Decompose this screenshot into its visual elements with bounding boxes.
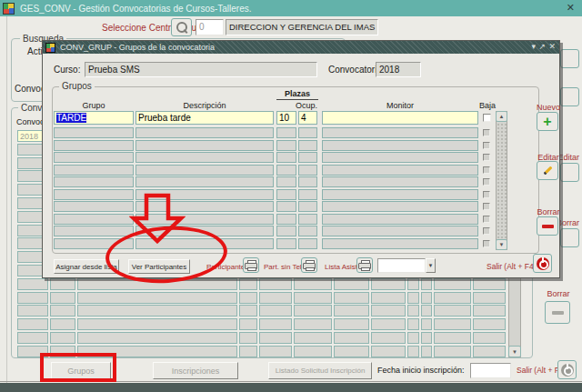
grupo-field-row1[interactable]: TARDE bbox=[54, 111, 134, 125]
window-titlebar: GES_CONV - Gestión Convocatorias de Curs… bbox=[0, 0, 582, 16]
grid-cell bbox=[294, 346, 332, 357]
grupos-scrollbar[interactable] bbox=[496, 111, 507, 250]
listado-solicitud-button[interactable]: Listado Solicitud Inscripción bbox=[268, 362, 372, 379]
group-row-field bbox=[298, 189, 317, 200]
parent-side-button[interactable] bbox=[560, 228, 579, 247]
print-lista-asist-button[interactable] bbox=[356, 257, 373, 273]
grid-cell bbox=[334, 346, 369, 357]
baja-checkbox-row1[interactable] bbox=[483, 114, 491, 122]
group-row-field bbox=[298, 152, 317, 163]
group-row-field bbox=[322, 189, 478, 200]
group-row-field bbox=[298, 140, 317, 151]
search-center-button[interactable] bbox=[171, 18, 192, 36]
grid-cell bbox=[434, 332, 471, 344]
grid-cell bbox=[434, 318, 471, 330]
search-icon bbox=[176, 22, 187, 33]
grid-cell bbox=[77, 305, 237, 317]
plazas-header: Plazas bbox=[270, 89, 325, 98]
baja-checkbox bbox=[483, 142, 490, 149]
grid-cell bbox=[371, 305, 406, 317]
group-row-field bbox=[135, 127, 274, 138]
power-icon bbox=[561, 364, 574, 377]
grid-cell bbox=[371, 292, 406, 304]
grid-cell bbox=[371, 318, 406, 330]
grid-cell bbox=[421, 278, 432, 290]
grid-cell bbox=[50, 292, 75, 304]
group-row-field bbox=[135, 176, 274, 187]
grid-cell bbox=[407, 292, 419, 304]
group-row-field bbox=[54, 176, 134, 187]
col-header-grupo: Grupo bbox=[54, 101, 134, 110]
grid-cell bbox=[421, 305, 432, 317]
combo-field[interactable] bbox=[377, 258, 426, 273]
close-icon[interactable]: ✕ bbox=[548, 42, 556, 51]
parent-side-button[interactable] bbox=[560, 49, 579, 68]
power-icon bbox=[537, 257, 549, 270]
group-row-field bbox=[298, 214, 317, 225]
annotation-rectangle-grupos bbox=[40, 353, 116, 382]
grid-cell bbox=[239, 346, 257, 357]
grid-cell bbox=[259, 292, 292, 304]
parent-borrar-button[interactable] bbox=[545, 301, 570, 324]
nuevo-label: Nuevo bbox=[537, 103, 560, 112]
dialog-salir-button[interactable] bbox=[533, 254, 552, 273]
grid-cell bbox=[371, 332, 406, 344]
parent-borrar2-label: Borrar bbox=[544, 289, 573, 298]
minimize-icon[interactable]: ▾ bbox=[531, 42, 536, 51]
group-row-field bbox=[322, 165, 478, 176]
grid-cell bbox=[407, 318, 419, 330]
window-title: GES_CONV - Gestión Convocatorias de Curs… bbox=[20, 4, 252, 14]
editar-button[interactable] bbox=[537, 161, 558, 180]
parent-side-button[interactable] bbox=[560, 87, 579, 106]
scroll-up-icon[interactable]: ▲ bbox=[496, 111, 507, 122]
minus-icon bbox=[552, 311, 564, 315]
grid-cell bbox=[17, 318, 48, 330]
group-row-field bbox=[135, 152, 274, 163]
grid-cell bbox=[334, 318, 369, 330]
grid-cell bbox=[294, 305, 332, 317]
grid-cell bbox=[77, 318, 237, 330]
dialog-titlebar[interactable]: CONV_GRUP - Grupos de la convocatoria ▾ … bbox=[43, 41, 559, 54]
restore-icon[interactable]: ↗ bbox=[538, 42, 546, 51]
grid-cell bbox=[239, 292, 257, 304]
group-row-field bbox=[54, 165, 134, 176]
grid-cell bbox=[421, 318, 432, 330]
group-row-field bbox=[54, 189, 134, 200]
grid-cell bbox=[407, 332, 419, 344]
close-icon[interactable]: ✕ bbox=[567, 2, 575, 14]
fecha-inicio-input[interactable] bbox=[470, 363, 511, 378]
group-row-field bbox=[322, 127, 478, 138]
print-participantes-button[interactable] bbox=[243, 257, 259, 273]
grid-cell bbox=[421, 292, 432, 304]
combo-dropdown-icon[interactable]: ▼ bbox=[426, 258, 436, 273]
nuevo-button[interactable]: + bbox=[537, 112, 558, 131]
printer-icon bbox=[358, 260, 371, 270]
scroll-down-icon[interactable]: ▼ bbox=[508, 346, 521, 357]
group-row-field bbox=[298, 201, 317, 212]
part-sin-telf-label: Part. sin Telf. bbox=[264, 263, 306, 271]
ocup-field-row1[interactable]: 4 bbox=[298, 111, 317, 125]
inscripciones-button[interactable]: Inscripciones bbox=[153, 362, 238, 379]
group-row-field bbox=[276, 176, 296, 187]
col-header-ocup: Ocup. bbox=[290, 101, 323, 110]
plazas-field-row1[interactable]: 10 bbox=[276, 111, 296, 125]
monitor-field-row1[interactable] bbox=[322, 111, 478, 125]
baja-checkbox bbox=[483, 216, 490, 223]
group-row-field bbox=[54, 201, 134, 212]
group-row-field bbox=[322, 226, 478, 236]
grid-cell bbox=[434, 278, 471, 290]
group-row-field bbox=[298, 127, 317, 138]
center-code-field[interactable]: 0 bbox=[196, 19, 224, 35]
group-row-field bbox=[298, 238, 317, 249]
group-row-field bbox=[322, 201, 478, 212]
col-header-monitor: Monitor bbox=[322, 101, 478, 110]
grid-cell bbox=[407, 346, 419, 357]
parent-side-button[interactable] bbox=[560, 163, 579, 182]
grid-cell bbox=[50, 332, 75, 344]
curso-label: Curso: bbox=[54, 65, 80, 75]
print-part-sin-telf-button[interactable] bbox=[301, 257, 317, 273]
borrar-button[interactable] bbox=[537, 216, 558, 236]
scroll-down-icon[interactable]: ▼ bbox=[496, 239, 507, 250]
descripcion-field-row1[interactable]: Prueba tarde bbox=[135, 111, 274, 125]
parent-salir-button[interactable] bbox=[557, 360, 577, 379]
